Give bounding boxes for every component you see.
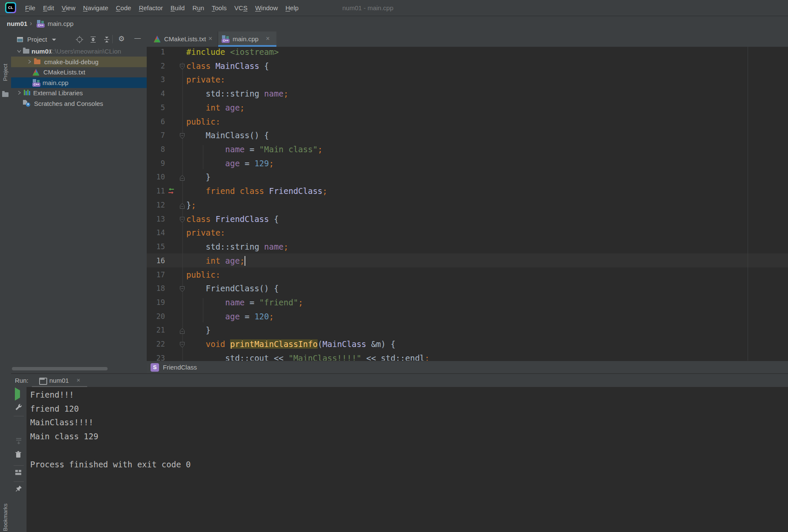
code-line-11[interactable]: friend class FriendClass; bbox=[186, 184, 327, 198]
project-panel-title[interactable]: Project bbox=[27, 31, 47, 48]
related-symbol-arrows-icon[interactable] bbox=[166, 187, 176, 197]
run-config-tab[interactable]: num01 × bbox=[37, 374, 98, 387]
fold-marker-down-icon[interactable] bbox=[179, 341, 185, 350]
tree-item-scratches-and-consoles[interactable]: Scratches and Consoles bbox=[11, 98, 147, 109]
fold-marker-up-icon[interactable] bbox=[179, 174, 185, 183]
code-line-1[interactable]: #include <iostream> bbox=[186, 47, 279, 59]
fold-marker-down-icon[interactable] bbox=[179, 63, 185, 72]
code-line-19[interactable]: name = "friend"; bbox=[186, 296, 303, 310]
code-line-23[interactable]: std::cout << "MainClass!!!!" << std::end… bbox=[186, 351, 430, 361]
code-line-21[interactable]: } bbox=[186, 323, 211, 337]
line-number[interactable]: 7 bbox=[147, 128, 165, 142]
editor-tab-main.cpp[interactable]: C++main.cpp× bbox=[218, 31, 276, 47]
code-line-12[interactable]: }; bbox=[186, 198, 196, 212]
code-line-7[interactable]: MainClass() { bbox=[186, 128, 269, 142]
line-number[interactable]: 5 bbox=[147, 101, 165, 115]
code-line-10[interactable]: } bbox=[186, 170, 211, 184]
close-icon[interactable]: × bbox=[77, 374, 80, 387]
line-number[interactable]: 4 bbox=[147, 87, 165, 101]
line-number[interactable]: 17 bbox=[147, 268, 165, 282]
line-number[interactable]: 9 bbox=[147, 156, 165, 171]
fold-marker-down-icon[interactable] bbox=[179, 132, 185, 141]
locate-file-icon[interactable] bbox=[76, 36, 83, 45]
menu-build[interactable]: Build bbox=[167, 4, 188, 11]
menu-tools[interactable]: Tools bbox=[208, 4, 230, 11]
menu-window[interactable]: Window bbox=[251, 4, 282, 11]
line-number[interactable]: 8 bbox=[147, 142, 165, 156]
tree-item-cmake-build-debug[interactable]: cmake-build-debug bbox=[11, 57, 147, 67]
menu-edit[interactable]: Edit bbox=[39, 4, 58, 11]
code-line-8[interactable]: name = "Main class"; bbox=[186, 142, 322, 156]
context-class-name[interactable]: FriendClass bbox=[163, 361, 197, 374]
line-number[interactable]: 19 bbox=[147, 296, 165, 310]
line-number[interactable]: 1 bbox=[147, 47, 165, 59]
clear-all-icon[interactable] bbox=[15, 451, 22, 460]
tree-item-cmakelists-txt[interactable]: CMakeLists.txt bbox=[11, 67, 147, 77]
line-number[interactable]: 16 bbox=[147, 254, 165, 268]
stripe-tab-project[interactable]: Project bbox=[2, 64, 9, 81]
menu-vcs[interactable]: VCS bbox=[230, 4, 251, 11]
code-line-17[interactable]: public: bbox=[186, 268, 220, 282]
tree-item-main-cpp[interactable]: C++main.cpp bbox=[11, 77, 147, 88]
breadcrumb-file[interactable]: main.cpp bbox=[48, 16, 74, 31]
menu-navigate[interactable]: Navigate bbox=[79, 4, 112, 11]
code-line-9[interactable]: age = 129; bbox=[186, 156, 274, 171]
tree-item-external-libraries[interactable]: External Libraries bbox=[11, 88, 147, 98]
stripe-tab-bookmarks[interactable]: Bookmarks bbox=[2, 504, 9, 531]
chevron-expanded-icon[interactable] bbox=[16, 48, 22, 55]
collapse-all-icon[interactable] bbox=[103, 36, 111, 45]
expand-all-icon[interactable] bbox=[89, 36, 97, 45]
line-number[interactable]: 18 bbox=[147, 282, 165, 296]
line-number[interactable]: 23 bbox=[147, 351, 165, 361]
fold-marker-down-icon[interactable] bbox=[179, 285, 185, 294]
editor-tab-cmakelists.txt[interactable]: CMakeLists.txt× bbox=[149, 31, 218, 47]
build-wrench-icon[interactable] bbox=[15, 403, 23, 413]
restore-layout-icon[interactable] bbox=[15, 469, 22, 477]
code-line-14[interactable]: private: bbox=[186, 226, 225, 240]
run-console[interactable]: Friend!!!friend 120MainClass!!!!Main cla… bbox=[27, 387, 788, 532]
menu-refactor[interactable]: Refactor bbox=[135, 4, 167, 11]
menu-code[interactable]: Code bbox=[112, 4, 135, 11]
rerun-icon[interactable] bbox=[15, 390, 20, 398]
line-number[interactable]: 20 bbox=[147, 310, 165, 324]
chevron-collapsed-icon[interactable] bbox=[16, 90, 22, 97]
code-line-16[interactable]: int age; bbox=[186, 254, 245, 268]
close-icon[interactable]: × bbox=[266, 31, 270, 46]
code-line-15[interactable]: std::string name; bbox=[186, 240, 288, 254]
tree-item-num01[interactable]: num01C:\Users\meowrain\CLion bbox=[11, 46, 147, 57]
line-number[interactable]: 2 bbox=[147, 59, 165, 73]
hide-panel-icon[interactable]: — bbox=[134, 34, 141, 41]
menu-view[interactable]: View bbox=[58, 4, 79, 11]
settings-gear-icon[interactable]: ⚙ bbox=[118, 34, 125, 43]
code-line-22[interactable]: void printMainClassInfo(MainClass &m) { bbox=[186, 337, 395, 351]
code-line-20[interactable]: age = 120; bbox=[186, 310, 274, 324]
code-editor[interactable]: 1#include <iostream>2class MainClass {3p… bbox=[147, 47, 788, 361]
menu-help[interactable]: Help bbox=[282, 4, 302, 11]
line-number[interactable]: 10 bbox=[147, 170, 165, 184]
code-line-4[interactable]: std::string name; bbox=[186, 87, 288, 101]
fold-marker-up-icon[interactable] bbox=[179, 202, 185, 211]
line-number[interactable]: 11 bbox=[147, 184, 165, 198]
project-panel-hscrollbar[interactable] bbox=[12, 367, 108, 370]
line-number[interactable]: 14 bbox=[147, 226, 165, 240]
chevron-down-icon[interactable] bbox=[52, 39, 56, 41]
fold-marker-up-icon[interactable] bbox=[179, 327, 185, 336]
line-number[interactable]: 13 bbox=[147, 212, 165, 226]
menu-file[interactable]: File bbox=[21, 4, 39, 11]
code-line-18[interactable]: FriendClass() { bbox=[186, 282, 279, 296]
chevron-collapsed-icon[interactable] bbox=[26, 59, 32, 66]
fold-marker-down-icon[interactable] bbox=[179, 216, 185, 225]
line-number[interactable]: 22 bbox=[147, 337, 165, 351]
line-number[interactable]: 21 bbox=[147, 323, 165, 337]
breadcrumb-project[interactable]: num01 bbox=[7, 16, 27, 31]
line-number[interactable]: 3 bbox=[147, 73, 165, 87]
code-line-2[interactable]: class MainClass { bbox=[186, 59, 269, 73]
line-number[interactable]: 15 bbox=[147, 240, 165, 254]
code-line-5[interactable]: int age; bbox=[186, 101, 245, 115]
pin-icon[interactable] bbox=[15, 485, 23, 494]
line-number[interactable]: 12 bbox=[147, 198, 165, 212]
code-line-13[interactable]: class FriendClass { bbox=[186, 212, 279, 226]
code-line-3[interactable]: private: bbox=[186, 73, 225, 87]
line-number[interactable]: 6 bbox=[147, 115, 165, 129]
close-icon[interactable]: × bbox=[208, 31, 212, 46]
